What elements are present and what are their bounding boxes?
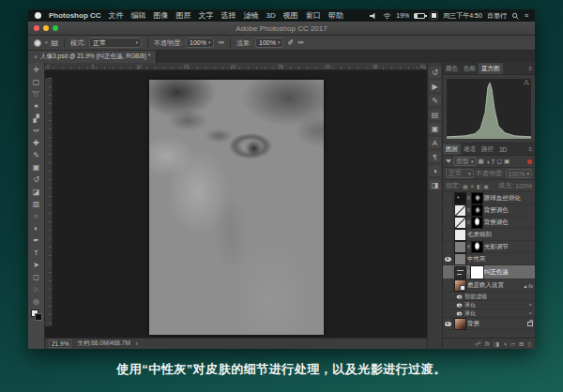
filter-kind-select[interactable]: 类型▾: [453, 157, 477, 166]
brush-preset-icon[interactable]: [34, 39, 41, 47]
zoom-level-field[interactable]: 21.9%: [49, 339, 71, 348]
shape-tool-icon[interactable]: ◻: [29, 271, 44, 283]
smart-filter-row[interactable]: 液化 =: [443, 301, 535, 309]
filter-pixel-layers-icon[interactable]: ▦: [479, 158, 484, 165]
menu-view[interactable]: 视图: [283, 10, 298, 21]
mode-select[interactable]: 正常▾: [89, 38, 142, 48]
tool-presets-panel-icon[interactable]: ▤: [429, 109, 441, 120]
eye-icon[interactable]: [457, 311, 463, 315]
clone-stamp-tool-icon[interactable]: ▣: [29, 161, 44, 173]
styles-panel-icon[interactable]: ◨: [429, 179, 441, 190]
vertical-ruler[interactable]: [45, 78, 53, 326]
minimize-window-button[interactable]: [43, 25, 49, 31]
histogram-warning-icon[interactable]: ⚠: [524, 79, 529, 86]
layer-row[interactable]: 中性灰: [443, 253, 535, 265]
brush-preset-caret-icon[interactable]: ▾: [45, 40, 48, 45]
layer-row[interactable]: 8 眼球血丝弱化: [443, 192, 535, 204]
notification-center-icon[interactable]: ≡: [525, 12, 528, 19]
layer-row[interactable]: 8 背景调色: [443, 204, 535, 217]
layer-row[interactable]: 毛发细刻: [443, 229, 535, 241]
lock-transparency-icon[interactable]: ▦: [463, 183, 468, 189]
menubar-user[interactable]: 肖墨行: [487, 11, 507, 21]
flow-select[interactable]: 100%▾: [255, 38, 283, 48]
filter-blending-options-icon[interactable]: =: [529, 310, 532, 316]
document-image[interactable]: [149, 80, 324, 335]
layer-row[interactable]: 磨皮载入设置 ▴fx: [443, 279, 535, 293]
menu-3d[interactable]: 3D: [266, 11, 276, 20]
blend-mode-select[interactable]: 正常▾: [446, 169, 474, 178]
adjustments-panel-icon[interactable]: ◑: [429, 165, 441, 176]
layer-thumbnail[interactable]: [455, 267, 465, 278]
eye-icon[interactable]: [457, 294, 463, 298]
layer-thumbnail[interactable]: [455, 242, 465, 252]
menu-image[interactable]: 图像: [154, 10, 169, 21]
toggle-brush-panel-icon[interactable]: ▤: [52, 38, 59, 47]
tab-channels[interactable]: 通道: [461, 143, 479, 155]
brush-settings-panel-icon[interactable]: ✎: [429, 95, 441, 106]
layer-thumbnail[interactable]: [455, 230, 465, 240]
lock-pixels-icon[interactable]: ◧: [477, 183, 482, 189]
paragraph-panel-icon[interactable]: ¶: [429, 151, 441, 162]
wifi-icon[interactable]: [383, 12, 391, 20]
visibility-toggle[interactable]: [443, 318, 453, 329]
tab-3d[interactable]: 3D: [496, 143, 510, 155]
filter-blending-options-icon[interactable]: =: [529, 302, 532, 308]
layer-thumbnail[interactable]: [455, 193, 465, 204]
layer-mask-thumbnail[interactable]: [472, 193, 482, 204]
move-tool-icon[interactable]: ✛: [29, 64, 44, 76]
eye-icon[interactable]: [445, 257, 451, 262]
layer-mask-thumbnail[interactable]: [472, 205, 482, 216]
volume-icon[interactable]: [370, 12, 378, 20]
healing-brush-tool-icon[interactable]: ✚: [29, 137, 44, 149]
input-method-icon[interactable]: [430, 11, 438, 20]
color-swatches[interactable]: [31, 309, 42, 321]
brush-tool-icon[interactable]: ✎: [29, 149, 44, 161]
background-color-swatch[interactable]: [35, 313, 42, 321]
layer-row[interactable]: 8 背景调色: [443, 217, 535, 229]
canvas-area[interactable]: [45, 70, 427, 338]
background-layer-row[interactable]: 背景: [443, 318, 535, 330]
layer-mask-thumbnail[interactable]: [472, 267, 482, 278]
menubar-clock[interactable]: 周三下午4:50: [443, 11, 482, 21]
fill-value[interactable]: 100%: [515, 183, 532, 189]
character-panel-icon[interactable]: A: [429, 137, 441, 148]
spotlight-icon[interactable]: [511, 12, 520, 20]
status-chevron-icon[interactable]: ›: [136, 340, 138, 347]
link-layers-icon[interactable]: ☍: [475, 340, 481, 348]
marquee-tool-icon[interactable]: ▢: [29, 76, 44, 88]
lasso-tool-icon[interactable]: ➰: [29, 88, 44, 100]
actions-panel-icon[interactable]: ▶: [429, 81, 441, 92]
visibility-toggle[interactable]: [443, 204, 453, 216]
add-mask-icon[interactable]: ◨: [494, 340, 499, 348]
panel-menu-icon[interactable]: ≡: [528, 63, 535, 74]
path-selection-tool-icon[interactable]: ➤: [29, 259, 44, 271]
layer-mask-thumbnail[interactable]: [472, 218, 482, 228]
filter-adjustment-layers-icon[interactable]: ◑: [486, 158, 490, 165]
zoom-window-button[interactable]: [53, 25, 58, 31]
visibility-toggle[interactable]: [443, 279, 453, 292]
filter-toggle-icon[interactable]: [527, 159, 532, 164]
menu-type[interactable]: 文字: [199, 10, 214, 21]
close-tab-icon[interactable]: ×: [34, 53, 38, 60]
opacity-select[interactable]: 100%▾: [186, 38, 214, 48]
filter-type-layers-icon[interactable]: T: [492, 158, 495, 165]
smart-filter-collapse-icon[interactable]: ▴: [524, 282, 526, 289]
layer-thumbnail[interactable]: [455, 319, 465, 329]
document-tab[interactable]: × 人像3.psd @ 21.9% (纠正色温, RGB/8) *: [28, 51, 157, 63]
layer-thumbnail[interactable]: [455, 205, 465, 216]
airbrush-icon[interactable]: ✐: [287, 38, 294, 47]
history-panel-icon[interactable]: ↺: [429, 67, 441, 78]
layer-opacity-select[interactable]: 100%▾: [506, 169, 532, 178]
horizontal-ruler[interactable]: 0510152025303540: [45, 63, 427, 70]
filter-smart-objects-icon[interactable]: ▣: [504, 158, 510, 165]
menu-edit[interactable]: 编辑: [131, 10, 146, 21]
new-group-icon[interactable]: ▱: [510, 340, 515, 348]
menu-file[interactable]: 文件: [109, 10, 124, 21]
panel-menu-icon[interactable]: ≡: [528, 143, 535, 155]
history-brush-tool-icon[interactable]: ↺: [29, 173, 44, 186]
layer-row-selected[interactable]: 8 纠正色温: [443, 265, 535, 279]
menu-filter[interactable]: 滤镜: [244, 10, 259, 21]
menu-window[interactable]: 窗口: [306, 10, 321, 21]
tab-color[interactable]: 颜色: [443, 63, 461, 74]
layer-thumbnail[interactable]: [455, 218, 465, 228]
